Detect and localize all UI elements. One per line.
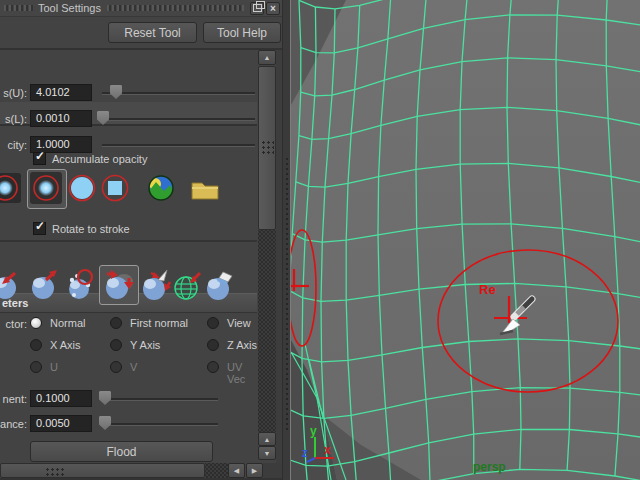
vertical-scrollbar-track[interactable] [258, 230, 276, 432]
brush-profile-soft-dark[interactable] [0, 172, 22, 206]
close-icon: × [270, 3, 276, 14]
scroll-up-button-bottom[interactable]: ▲ [258, 432, 276, 446]
sculpt-pinch-icon[interactable] [139, 268, 173, 304]
brush-profile-square[interactable] [99, 172, 131, 206]
radio-z-axis-label: Z Axis [227, 339, 257, 351]
brush-profile-solid[interactable] [66, 172, 98, 206]
rotate-to-stroke-checkbox[interactable]: ✓ [33, 222, 46, 235]
tolerance-field[interactable]: 0.0050 [30, 415, 92, 432]
vertical-scrollbar-thumb[interactable] [258, 66, 276, 230]
axis-x-label: x [324, 443, 331, 457]
panel-scroll-content: s(U): 4.0102 s(L): 0.0010 city: 1.0000 ✓… [0, 50, 258, 463]
sculpt-erase-icon[interactable] [204, 268, 238, 304]
displacement-slider[interactable] [102, 398, 218, 401]
opacity-label: city: [0, 139, 27, 151]
opacity-slider[interactable] [102, 144, 255, 147]
thumb-grip [261, 140, 274, 154]
scrollbar-corner [263, 463, 282, 478]
scroll-up-button[interactable]: ▲ [258, 50, 276, 65]
browse-folder-icon[interactable] [190, 177, 220, 203]
radio-u [30, 361, 42, 373]
restore-button[interactable] [250, 2, 264, 15]
application-window: Tool Settings × Reset Tool Tool Help s(U… [0, 0, 640, 480]
sculpt-relax-icon-selected[interactable] [99, 265, 139, 305]
radio-x-axis[interactable] [30, 339, 42, 351]
radio-uv-vector-label: UV Vec [227, 361, 258, 385]
radio-view[interactable] [207, 317, 219, 329]
thumb-grip [45, 467, 64, 476]
radio-uv-vector [207, 361, 219, 373]
sculpt-smooth-icon[interactable] [64, 268, 98, 304]
displacement-field[interactable]: 0.1000 [30, 390, 92, 407]
drag-grip [107, 5, 244, 11]
radio-v-label: V [130, 361, 137, 373]
camera-name-label: persp [473, 460, 506, 474]
panel-titlebar[interactable]: Tool Settings × [0, 0, 282, 17]
radius-l-slider[interactable] [102, 118, 255, 121]
restore-icon [253, 4, 262, 12]
scroll-down-icon: ▼ [264, 450, 271, 457]
horizontal-scrollbar-track[interactable] [205, 463, 228, 478]
radio-normal-label: Normal [50, 317, 85, 329]
scroll-left-button[interactable]: ◀ [228, 463, 245, 478]
radio-u-label: U [50, 361, 58, 373]
sculpt-slide-icon[interactable] [171, 268, 205, 304]
reference-vector-label: ctor: [0, 318, 27, 330]
pane-separator[interactable] [282, 0, 290, 480]
flood-button[interactable]: Flood [30, 441, 213, 462]
scroll-left-icon: ◀ [234, 467, 239, 475]
axis-z-label: z [302, 446, 308, 460]
scroll-down-button[interactable]: ▼ [258, 446, 276, 460]
wireframe-mesh [291, 0, 640, 480]
radio-v [110, 361, 122, 373]
scroll-up-icon: ▲ [264, 54, 271, 61]
radius-u-slider-handle[interactable] [110, 85, 122, 99]
radio-first-normal-label: First normal [130, 317, 188, 329]
tool-settings-panel: Tool Settings × Reset Tool Tool Help s(U… [0, 0, 282, 480]
rotate-to-stroke-label: Rotate to stroke [52, 223, 130, 235]
radio-normal[interactable] [30, 317, 42, 329]
displacement-label: nent: [0, 393, 27, 405]
brush-operation-label: Re [479, 282, 496, 297]
drag-grip [4, 5, 34, 11]
sculpt-pull-icon[interactable] [27, 268, 61, 304]
radio-y-axis-label: Y Axis [130, 339, 160, 351]
scroll-right-icon: ▶ [252, 467, 257, 475]
radio-z-axis[interactable] [207, 339, 219, 351]
tool-help-button[interactable]: Tool Help [203, 22, 281, 43]
check-icon: ✓ [35, 219, 45, 233]
radio-y-axis[interactable] [110, 339, 122, 351]
sculpt-push-icon[interactable] [0, 268, 22, 304]
radius-u-slider[interactable] [102, 92, 255, 95]
horizontal-scrollbar-thumb[interactable] [0, 463, 205, 478]
tolerance-slider-handle[interactable] [99, 416, 111, 430]
panel-title: Tool Settings [38, 2, 101, 14]
divider [0, 240, 257, 242]
scroll-up-icon: ▲ [264, 436, 271, 443]
radio-view-label: View [227, 317, 251, 329]
check-icon: ✓ [35, 149, 45, 163]
viewport-3d[interactable]: Re y x z persp [290, 0, 640, 480]
brush-image-icon[interactable] [146, 173, 176, 205]
reset-tool-button[interactable]: Reset Tool [108, 22, 197, 43]
accumulate-opacity-label: Accumulate opacity [52, 153, 147, 165]
radio-first-normal[interactable] [110, 317, 122, 329]
close-button[interactable]: × [266, 2, 280, 15]
separator-grip [286, 158, 288, 432]
radius-u-label: s(U): [0, 87, 27, 99]
scroll-right-button[interactable]: ▶ [246, 463, 263, 478]
displacement-slider-handle[interactable] [99, 391, 111, 405]
axis-y-label: y [310, 424, 317, 438]
radius-l-label: s(L): [0, 113, 27, 125]
brush-profile-soft-selected[interactable] [27, 169, 67, 209]
radius-u-field[interactable]: 4.0102 [30, 84, 92, 101]
tolerance-label: ance: [0, 418, 27, 430]
radius-l-field[interactable]: 0.0010 [30, 110, 92, 127]
accumulate-opacity-checkbox[interactable]: ✓ [33, 152, 46, 165]
tolerance-slider[interactable] [102, 423, 218, 426]
radio-x-axis-label: X Axis [50, 339, 81, 351]
